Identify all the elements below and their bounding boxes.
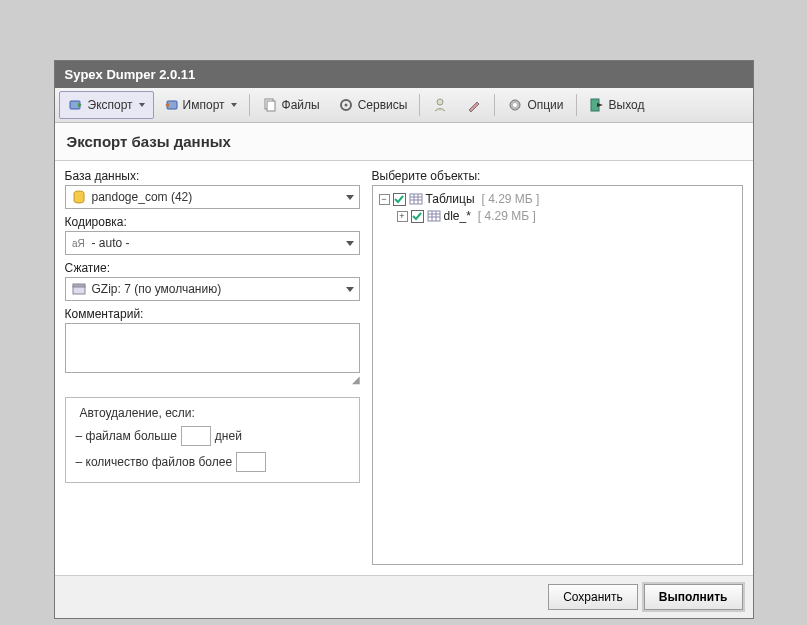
chevron-down-icon: [139, 103, 145, 107]
svg-point-6: [437, 99, 443, 105]
tree-size: [ 4.29 МБ ]: [482, 192, 540, 206]
exit-button[interactable]: Выход: [580, 91, 654, 119]
chevron-down-icon: [346, 287, 354, 292]
services-button[interactable]: Сервисы: [329, 91, 417, 119]
content-area: База данных: pandoge_com (42) Кодировка:…: [55, 161, 753, 575]
autodelete-count-input[interactable]: [236, 452, 266, 472]
services-icon: [338, 97, 354, 113]
svg-rect-3: [267, 101, 275, 111]
tool-button-2[interactable]: [457, 91, 491, 119]
objects-tree[interactable]: − Таблицы [ 4.29 МБ ] +: [372, 185, 743, 565]
tree-label: dle_*: [444, 209, 471, 223]
table-icon: [409, 192, 423, 206]
chevron-down-icon: [346, 195, 354, 200]
svg-rect-19: [428, 211, 440, 221]
compress-icon: [71, 281, 87, 297]
compress-select[interactable]: GZip: 7 (по умолчанию): [65, 277, 360, 301]
separator: [419, 94, 420, 116]
exit-icon: [589, 97, 605, 113]
collapse-icon[interactable]: −: [379, 194, 390, 205]
options-button[interactable]: Опции: [498, 91, 572, 119]
run-button[interactable]: Выполнить: [644, 584, 743, 610]
svg-rect-14: [410, 194, 422, 204]
autodelete-legend: Автоудаление, если:: [76, 406, 199, 420]
save-button[interactable]: Сохранить: [548, 584, 638, 610]
gear-icon: [507, 97, 523, 113]
svg-text:aЯ: aЯ: [72, 238, 85, 249]
compress-label: Сжатие:: [65, 261, 360, 275]
dle-checkbox[interactable]: [411, 210, 424, 223]
db-value: pandoge_com (42): [92, 190, 346, 204]
right-column: Выберите объекты: − Таблицы [ 4.29 МБ ] …: [372, 169, 743, 565]
tree-label: Таблицы: [426, 192, 475, 206]
user-icon: [432, 97, 448, 113]
export-icon: [68, 97, 84, 113]
autodelete-count-row: – количество файлов более: [76, 452, 349, 472]
tree-item-tables[interactable]: − Таблицы [ 4.29 МБ ]: [379, 192, 736, 206]
left-column: База данных: pandoge_com (42) Кодировка:…: [65, 169, 360, 565]
tree-size: [ 4.29 МБ ]: [478, 209, 536, 223]
encoding-icon: aЯ: [71, 235, 87, 251]
files-icon: [262, 97, 278, 113]
app-window: Sypex Dumper 2.0.11 Экспорт Импорт Файлы: [54, 60, 754, 619]
tree-item-dle[interactable]: + dle_* [ 4.29 МБ ]: [397, 209, 736, 223]
tables-checkbox[interactable]: [393, 193, 406, 206]
chevron-down-icon: [231, 103, 237, 107]
section-title: Экспорт базы данных: [55, 123, 753, 161]
title-bar: Sypex Dumper 2.0.11: [55, 61, 753, 88]
resize-grip-icon[interactable]: ◢: [65, 374, 360, 385]
database-icon: [71, 189, 87, 205]
compress-value: GZip: 7 (по умолчанию): [92, 282, 346, 296]
separator: [249, 94, 250, 116]
comment-textarea[interactable]: [65, 323, 360, 373]
tool-button-1[interactable]: [423, 91, 457, 119]
svg-point-8: [513, 103, 517, 107]
window-title: Sypex Dumper 2.0.11: [65, 67, 196, 82]
expand-icon[interactable]: +: [397, 211, 408, 222]
encoding-label: Кодировка:: [65, 215, 360, 229]
autodelete-days-row: – файлам больше дней: [76, 426, 349, 446]
separator: [576, 94, 577, 116]
svg-rect-13: [73, 284, 85, 287]
import-icon: [163, 97, 179, 113]
export-button[interactable]: Экспорт: [59, 91, 154, 119]
footer: Сохранить Выполнить: [55, 575, 753, 618]
encoding-value: - auto -: [92, 236, 346, 250]
db-label: База данных:: [65, 169, 360, 183]
brush-icon: [466, 97, 482, 113]
chevron-down-icon: [346, 241, 354, 246]
table-icon: [427, 209, 441, 223]
import-button[interactable]: Импорт: [154, 91, 246, 119]
comment-label: Комментарий:: [65, 307, 360, 321]
encoding-select[interactable]: aЯ - auto -: [65, 231, 360, 255]
files-button[interactable]: Файлы: [253, 91, 329, 119]
separator: [494, 94, 495, 116]
autodelete-fieldset: Автоудаление, если: – файлам больше дней…: [65, 397, 360, 483]
toolbar: Экспорт Импорт Файлы Сервисы: [55, 88, 753, 123]
db-select[interactable]: pandoge_com (42): [65, 185, 360, 209]
svg-point-5: [344, 104, 347, 107]
autodelete-days-input[interactable]: [181, 426, 211, 446]
objects-label: Выберите объекты:: [372, 169, 743, 183]
